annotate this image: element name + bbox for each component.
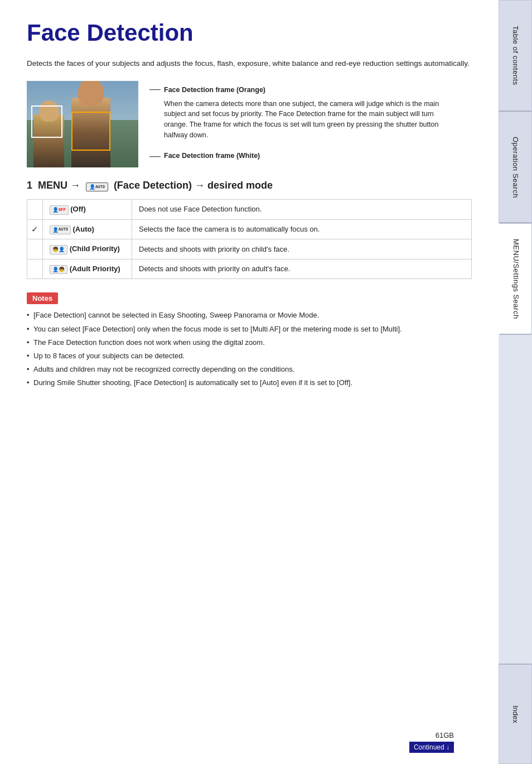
- adult-description: Detects and shoots with priority on adul…: [132, 259, 472, 279]
- page-number: 61GB: [409, 731, 454, 739]
- page-title: Face Detection: [27, 20, 472, 46]
- adult-icon: 👤👦: [50, 265, 67, 275]
- child-label: (Child Priority): [70, 244, 120, 253]
- camera-image: [27, 81, 138, 167]
- auto-label: (Auto): [72, 225, 94, 233]
- table-row: ✓ 👤AUTO (Auto) Selects the face the came…: [27, 219, 472, 239]
- sidebar-tab-menu-label: MENU/Settings Search: [512, 239, 520, 319]
- sidebar-tab-operation-label: Operation Search: [511, 137, 520, 198]
- icon-cell: 👦👤 (Child Priority): [43, 239, 132, 260]
- table-row: 👦👤 (Child Priority) Detects and shoots w…: [27, 239, 472, 260]
- notes-section: Notes [Face Detection] cannot be selecte…: [27, 292, 472, 388]
- sidebar-tab-toc[interactable]: Table of contents: [499, 0, 532, 112]
- icon-cell: 👤AUTO (Auto): [43, 219, 132, 239]
- page-wrapper: Face Detection Detects the faces of your…: [0, 0, 532, 764]
- sidebar-tab-operation[interactable]: Operation Search: [499, 112, 532, 223]
- child-description: Detects and shoots with priority on chil…: [132, 239, 472, 260]
- notes-item: During Smile Shutter shooting, [Face Det…: [27, 377, 472, 388]
- face-detection-box-white: [31, 105, 62, 138]
- right-sidebar: Table of contents Operation Search MENU/…: [499, 0, 532, 764]
- notes-item: You can select [Face Detection] only whe…: [27, 324, 472, 335]
- notes-item: Up to 8 faces of your subjects can be de…: [27, 350, 472, 362]
- check-cell: ✓: [27, 219, 43, 239]
- off-description: Does not use Face Detection function.: [132, 200, 472, 220]
- camera-image-inner: [27, 81, 138, 167]
- checkmark-icon: ✓: [31, 224, 38, 234]
- bottom-annotation-arrow: —: [149, 150, 161, 162]
- intro-text: Detects the faces of your subjects and a…: [27, 58, 472, 70]
- notes-list: [Face Detection] cannot be selected in E…: [27, 310, 472, 388]
- table-row: 👤👦 (Adult Priority) Detects and shoots w…: [27, 259, 472, 279]
- sidebar-spacer: [499, 335, 532, 664]
- sidebar-index-label: Index: [511, 705, 520, 723]
- image-section: — Face Detection frame (Orange) When the…: [27, 81, 472, 167]
- sidebar-tab-menu[interactable]: MENU/Settings Search: [499, 223, 532, 335]
- off-label: (Off): [70, 205, 85, 213]
- check-cell: [27, 259, 43, 279]
- adult-label: (Adult Priority): [70, 265, 120, 273]
- auto-description: Selects the face the camera is to automa…: [132, 219, 472, 239]
- bottom-annotation: — Face Detection frame (White): [149, 150, 443, 162]
- sidebar-tab-toc-label: Table of contents: [511, 26, 520, 85]
- table-row: 👤OFF (Off) Does not use Face Detection f…: [27, 200, 472, 220]
- auto-icon: 👤AUTO: [50, 225, 71, 235]
- face-detection-box-orange: [71, 112, 110, 151]
- child-icon: 👦👤: [50, 245, 67, 254]
- notes-item: Adults and children may not be recognize…: [27, 364, 472, 375]
- check-cell: [27, 200, 43, 220]
- image-annotations: — Face Detection frame (Orange) When the…: [138, 81, 443, 167]
- main-content: Face Detection Detects the faces of your…: [0, 0, 499, 764]
- top-annotation-content: Face Detection frame (Orange) When the c…: [164, 83, 443, 141]
- section-heading: 1 MENU → 👤AUTO (Face Detection) → desire…: [27, 180, 472, 191]
- options-table: 👤OFF (Off) Does not use Face Detection f…: [27, 199, 472, 279]
- continued-label: Continued ↓: [409, 742, 454, 753]
- annotation-top-label: Face Detection frame (Orange): [164, 85, 443, 95]
- face-detection-icon-badge: 👤AUTO: [86, 182, 108, 191]
- check-cell: [27, 239, 43, 260]
- annotation-bottom-label: Face Detection frame (White): [164, 152, 260, 160]
- notes-item: [Face Detection] cannot be selected in E…: [27, 310, 472, 321]
- notes-badge: Notes: [27, 292, 58, 304]
- top-annotation-arrow: —: [149, 83, 161, 94]
- annotation-top-text: When the camera detects more than one su…: [164, 99, 443, 141]
- table-body: 👤OFF (Off) Does not use Face Detection f…: [27, 200, 472, 279]
- icon-cell: 👤OFF (Off): [43, 200, 132, 220]
- off-icon: 👤OFF: [50, 205, 69, 215]
- top-annotation: — Face Detection frame (Orange) When the…: [149, 83, 443, 141]
- section-heading-text: 1 MENU → 👤AUTO (Face Detection) → desire…: [27, 180, 273, 191]
- icon-cell: 👤👦 (Adult Priority): [43, 259, 132, 279]
- sidebar-index[interactable]: Index: [499, 664, 532, 764]
- notes-item: The Face Detection function does not wor…: [27, 337, 472, 348]
- page-footer: 61GB Continued ↓: [409, 731, 454, 753]
